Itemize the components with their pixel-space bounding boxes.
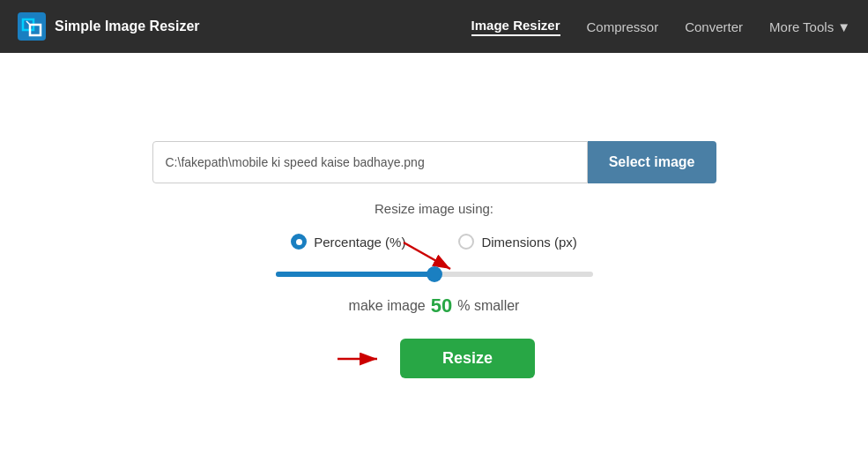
radio-circle-dimensions xyxy=(458,234,474,250)
svg-line-2 xyxy=(404,242,450,269)
nav-more-tools[interactable]: More Tools ▼ xyxy=(769,19,850,34)
slider-fill xyxy=(276,272,434,277)
brand-icon xyxy=(18,12,46,41)
select-image-button[interactable]: Select image xyxy=(588,141,716,183)
nav-converter[interactable]: Converter xyxy=(685,19,743,34)
resize-btn-row: Resize xyxy=(333,339,535,378)
slider-thumb[interactable] xyxy=(427,266,442,282)
radio-dimensions[interactable]: Dimensions (px) xyxy=(458,234,576,250)
nav-compressor[interactable]: Compressor xyxy=(587,19,659,34)
slider-container xyxy=(276,272,593,277)
nav-image-resizer[interactable]: Image Resizer xyxy=(471,18,560,36)
file-path-input[interactable] xyxy=(152,141,588,183)
percentage-suffix: % smaller xyxy=(457,298,519,314)
arrow-to-resize-button xyxy=(333,346,386,372)
navbar: Simple Image Resizer Image Resizer Compr… xyxy=(0,0,868,53)
radio-percentage-label: Percentage (%) xyxy=(314,235,405,250)
percentage-text: make image 50 % smaller xyxy=(349,295,520,317)
radio-circle-percentage xyxy=(291,234,307,250)
nav-links: Image Resizer Compressor Converter More … xyxy=(471,18,850,36)
percentage-value: 50 xyxy=(431,295,452,317)
radio-dimensions-label: Dimensions (px) xyxy=(481,235,576,250)
resize-using-label: Resize image using: xyxy=(375,201,493,216)
main-content: Select image Resize image using: Percent… xyxy=(0,53,868,378)
chevron-down-icon: ▼ xyxy=(837,19,850,34)
radio-percentage[interactable]: Percentage (%) xyxy=(291,234,405,250)
resize-button[interactable]: Resize xyxy=(400,339,535,378)
brand-name: Simple Image Resizer xyxy=(55,19,200,34)
make-image-prefix: make image xyxy=(349,298,426,314)
brand: Simple Image Resizer xyxy=(18,12,471,41)
resize-arrow-icon xyxy=(333,346,386,372)
slider-track xyxy=(276,272,593,277)
file-input-row: Select image xyxy=(152,141,716,183)
